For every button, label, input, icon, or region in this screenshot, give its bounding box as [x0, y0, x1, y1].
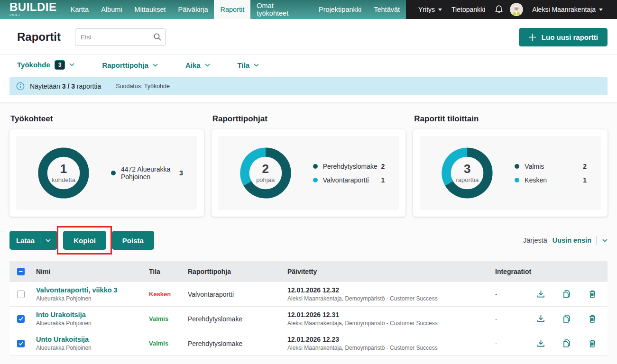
filter-tila[interactable]: Tila: [238, 61, 259, 69]
table-row: Valvontaraportti, viikko 3 Alueurakka Po…: [9, 282, 608, 307]
filter-note: Suodatus: Työkohde: [116, 83, 170, 90]
sort-label: Järjestä: [523, 237, 547, 244]
caret-down-icon: [599, 9, 603, 11]
trash-icon[interactable]: [588, 289, 597, 299]
caret-down-icon: [438, 9, 442, 11]
chart-raportit-tiloittain: Raportit tiloittain 3 raporttia: [413, 114, 608, 217]
report-name-link[interactable]: Into Urakoitsija: [36, 311, 149, 318]
copy-icon[interactable]: [562, 338, 571, 348]
delete-button[interactable]: Poista: [112, 231, 154, 250]
donut-value: 1: [60, 163, 67, 175]
status-badge: Valmis: [149, 315, 188, 322]
chevron-down-icon: [254, 64, 259, 67]
table-row: Into Urakoitsija Alueurakka Pohjoinen Va…: [9, 307, 608, 331]
plus-icon: [528, 33, 536, 41]
indeterminate-icon: [18, 269, 23, 274]
report-name-link[interactable]: Unto Urakoitsija: [36, 336, 149, 343]
column-header-paivitetty[interactable]: Päivitetty: [287, 268, 495, 275]
nav-item-projektipankki[interactable]: Projektipankki: [313, 0, 368, 19]
bell-icon: [495, 5, 503, 14]
notifications-button[interactable]: [490, 5, 510, 14]
nav-item-paivakirja[interactable]: Päiväkirja: [172, 0, 214, 19]
sort-value[interactable]: Uusin ensin: [553, 237, 591, 244]
table-row: Unto Urakoitsija Alueurakka Pohjoinen Va…: [9, 331, 608, 356]
filter-raporttipohja[interactable]: Raporttipohja: [102, 61, 158, 69]
nav-item-tehtavat[interactable]: Tehtävät: [368, 0, 406, 19]
copy-button[interactable]: Kopioi: [63, 231, 106, 250]
knowledge-base-link[interactable]: Tietopankki: [447, 6, 490, 13]
donut-chart-tiloittain: 3 raporttia: [440, 146, 495, 200]
donut-label: kohdetta: [52, 176, 75, 183]
filter-count-badge: 3: [55, 60, 65, 70]
updated-by: Aleksi Maanrakentaja, Demoympäristö - Cu…: [287, 345, 495, 351]
donut-chart-tyokohteet: 1 kohdetta: [36, 146, 91, 200]
page-header: Raportit Luo uusi raportti Työkohde 3 Ra…: [0, 19, 617, 102]
chart-legend: 4472 Alueurakka Pohjoinen 3: [111, 165, 183, 181]
company-menu[interactable]: Yritys: [414, 6, 447, 13]
row-checkbox[interactable]: [17, 315, 25, 323]
chevron-down-icon: [69, 63, 74, 66]
column-header-integraatiot[interactable]: Integraatiot: [495, 268, 540, 275]
updated-by: Aleksi Maanrakentaja, Demoympäristö - Cu…: [287, 320, 495, 327]
donut-label: pohjaa: [256, 176, 275, 183]
chart-card: 2 pohjaa Perehdytyslomake 2 Valvontarapo…: [212, 129, 406, 217]
column-header-nimi[interactable]: Nimi: [36, 268, 149, 275]
filter-tyokohde[interactable]: Työkohde 3: [17, 60, 74, 70]
legend-item: Valmis 2: [515, 163, 587, 170]
updated-timestamp: 12.01.2026 12.23: [287, 336, 495, 343]
nav-item-raportit[interactable]: Raportit: [214, 0, 250, 19]
chart-raporttipohjat: Raporttipohjat 2 pohjaa Perehdy: [212, 114, 406, 217]
nav-item-albumi[interactable]: Albumi: [95, 0, 128, 19]
column-header-tila[interactable]: Tila: [149, 268, 188, 275]
updated-by: Aleksi Maanrakentaja, Demoympäristö - Cu…: [287, 295, 495, 302]
row-checkbox[interactable]: [17, 291, 25, 298]
copy-icon[interactable]: [562, 314, 571, 324]
download-icon[interactable]: [536, 314, 546, 324]
nav-item-omat-tyokohteet[interactable]: Omat työkohteet: [250, 0, 313, 19]
integrations-value: -: [495, 340, 540, 347]
trash-icon[interactable]: [588, 314, 597, 324]
create-report-button[interactable]: Luo uusi raportti: [519, 28, 608, 46]
result-count-text: Näytetään 3 / 3 raporttia: [30, 82, 101, 90]
table-header-row: Nimi Tila Raporttipohja Päivitetty Integ…: [9, 261, 608, 282]
legend-dot-icon: [111, 171, 116, 175]
check-icon: [18, 341, 24, 346]
download-icon[interactable]: [536, 338, 546, 348]
report-site: Alueurakka Pohjoinen: [36, 320, 149, 327]
divider: [597, 236, 597, 245]
download-button[interactable]: Lataa: [9, 231, 57, 250]
page-title: Raportit: [17, 30, 61, 44]
nav-item-kartta[interactable]: Kartta: [64, 0, 95, 19]
avatar[interactable]: [510, 3, 523, 16]
donut-label: raporttia: [456, 176, 479, 183]
chart-legend: Perehdytyslomake 2 Valvontaraportti 1: [313, 163, 385, 184]
chart-card: 1 kohdetta 4472 Alueurakka Pohjoinen 3: [9, 129, 204, 217]
donut-value: 2: [262, 163, 268, 175]
row-checkbox[interactable]: [17, 340, 25, 347]
chart-title: Raporttipohjat: [212, 114, 406, 124]
filter-aika[interactable]: Aika: [185, 61, 210, 69]
copy-icon[interactable]: [562, 289, 571, 299]
updated-timestamp: 12.01.2026 12.31: [287, 311, 495, 318]
legend-item: 4472 Alueurakka Pohjoinen 3: [111, 165, 183, 181]
user-menu[interactable]: Aleksi Maanrakentaja: [527, 6, 608, 13]
chevron-down-icon: [153, 64, 158, 67]
report-name-link[interactable]: Valvontaraportti, viikko 3: [36, 286, 149, 294]
search-icon: [153, 33, 162, 41]
app-logo[interactable]: BUILDIE 25.9.7: [0, 0, 64, 19]
search-input[interactable]: [75, 28, 166, 46]
nav-item-mittaukset[interactable]: Mittaukset: [129, 0, 172, 19]
column-header-raporttipohja[interactable]: Raporttipohja: [188, 268, 287, 275]
trash-icon[interactable]: [588, 338, 597, 348]
filters-row: Työkohde 3 Raporttipohja Aika Tila: [9, 55, 608, 75]
report-site: Alueurakka Pohjoinen: [36, 345, 149, 351]
donut-value: 3: [464, 163, 470, 175]
app-version: 25.9.7: [9, 13, 57, 17]
info-icon: [16, 82, 25, 91]
select-all-checkbox[interactable]: [17, 268, 25, 275]
report-template: Perehdytyslomake: [188, 315, 287, 323]
chevron-down-icon[interactable]: [602, 239, 608, 242]
status-badge: Valmis: [149, 340, 188, 347]
legend-dot-icon: [515, 178, 519, 182]
download-icon[interactable]: [536, 289, 546, 299]
